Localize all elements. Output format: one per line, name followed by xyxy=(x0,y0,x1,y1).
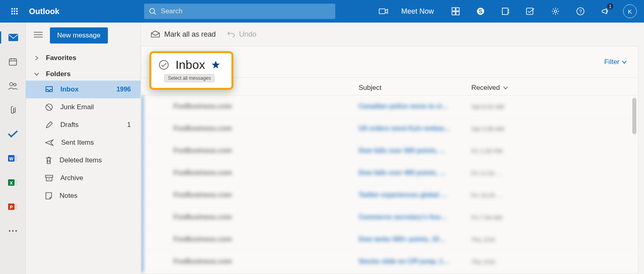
todo-check-icon[interactable] xyxy=(523,4,538,19)
account-avatar[interactable]: K xyxy=(623,4,637,18)
svg-point-4 xyxy=(14,10,15,12)
message-row[interactable]: FoxBusiness.comUS orders most Kyiv embas… xyxy=(141,118,638,140)
message-time: Thu 2/10 xyxy=(471,258,495,265)
folders-section[interactable]: Folders xyxy=(26,64,140,81)
subject-column-header[interactable]: Subject xyxy=(359,84,471,92)
svg-text:S: S xyxy=(479,8,482,15)
svg-point-22 xyxy=(554,10,557,12)
undo-icon xyxy=(227,31,235,38)
archive-icon xyxy=(45,174,53,182)
app-body: W X P New message Favorites Folders Inbo… xyxy=(0,23,644,274)
search-input[interactable] xyxy=(161,7,330,15)
megaphone-icon[interactable]: 1 xyxy=(598,4,613,19)
svg-text:P: P xyxy=(10,205,12,210)
undo-button[interactable]: Undo xyxy=(227,30,256,39)
notes-icon xyxy=(45,192,52,200)
folder-deleted[interactable]: Deleted Items xyxy=(26,152,140,169)
message-row[interactable]: FoxBusiness.comCanadian police move to c… xyxy=(141,95,638,118)
mail-module-icon[interactable] xyxy=(0,31,26,44)
mark-all-read-button[interactable]: Mark all as read xyxy=(151,30,216,39)
my-day-icon[interactable] xyxy=(448,4,463,19)
message-from: FoxBusiness.com xyxy=(173,147,359,155)
svg-rect-49 xyxy=(45,175,53,177)
todo-module-icon[interactable] xyxy=(0,128,26,140)
files-module-icon[interactable] xyxy=(0,104,26,116)
search-icon xyxy=(149,8,156,15)
folder-count: 1 xyxy=(127,121,131,129)
word-app-icon[interactable]: W xyxy=(0,152,26,164)
svg-point-2 xyxy=(16,8,18,10)
trash-icon xyxy=(45,156,52,164)
message-from: FoxBusiness.com xyxy=(173,213,359,221)
message-subject: Canadian police move to cl… xyxy=(359,103,471,110)
svg-rect-26 xyxy=(9,59,17,65)
message-from: FoxBusiness.com xyxy=(173,169,359,177)
onenote-feed-icon[interactable] xyxy=(498,4,513,19)
svg-text:X: X xyxy=(10,181,13,185)
message-time: Fri 7:54 AM xyxy=(471,214,502,221)
star-icon[interactable] xyxy=(211,60,220,69)
search-box[interactable] xyxy=(144,4,335,19)
folder-junk[interactable]: Junk Email xyxy=(26,98,140,116)
header-actions: Meet Now S ? 1 K xyxy=(376,4,637,19)
received-column-header[interactable]: Received xyxy=(471,84,508,92)
calendar-module-icon[interactable] xyxy=(0,56,26,68)
filter-button[interactable]: Filter xyxy=(604,58,627,66)
excel-app-icon[interactable]: X xyxy=(0,176,26,189)
chevron-right-icon xyxy=(34,55,39,61)
favorites-label: Favorites xyxy=(46,54,76,62)
favorites-section[interactable]: Favorites xyxy=(26,48,140,64)
brand-title: Outlook xyxy=(29,7,60,16)
folder-label: Deleted Items xyxy=(60,156,102,164)
people-module-icon[interactable] xyxy=(0,80,26,92)
folder-archive[interactable]: Archive xyxy=(26,169,140,187)
inbox-callout: Inbox Select all messages xyxy=(149,51,233,90)
skype-icon[interactable]: S xyxy=(473,4,488,19)
message-row[interactable]: FoxBusiness.comDow falls over 500 points… xyxy=(141,140,638,162)
meet-now-button[interactable]: Meet Now xyxy=(401,7,434,16)
folder-label: Junk Email xyxy=(60,103,94,111)
powerpoint-app-icon[interactable]: P xyxy=(0,201,26,213)
folder-count: 1996 xyxy=(116,86,131,93)
svg-rect-15 xyxy=(456,12,459,15)
select-all-tooltip: Select all messages xyxy=(164,74,215,82)
message-from: FoxBusiness.com xyxy=(173,125,359,133)
new-message-button[interactable]: New message xyxy=(50,27,108,44)
folder-label: Drafts xyxy=(60,121,78,129)
message-row[interactable]: FoxBusiness.comCommerce secretary's hus…… xyxy=(141,206,638,228)
hamburger-icon[interactable] xyxy=(34,31,43,39)
svg-rect-14 xyxy=(452,12,455,15)
chevron-down-icon xyxy=(34,71,39,77)
app-launcher-icon[interactable] xyxy=(7,4,22,19)
svg-line-48 xyxy=(47,105,52,110)
svg-point-42 xyxy=(12,230,14,232)
message-row[interactable]: FoxBusiness.comDow falls over 400 points… xyxy=(141,162,638,184)
folder-label: Archive xyxy=(60,174,83,182)
chevron-down-icon xyxy=(622,60,627,64)
help-icon[interactable]: ? xyxy=(573,4,588,19)
videocam-icon[interactable] xyxy=(376,4,391,19)
message-row[interactable]: FoxBusiness.comDow tanks 500+ points, 10… xyxy=(141,228,638,251)
folder-drafts[interactable]: Drafts 1 xyxy=(26,116,140,134)
folder-notes[interactable]: Notes xyxy=(26,187,140,205)
message-time: Fri 10:25 … xyxy=(471,192,503,199)
svg-rect-21 xyxy=(526,8,533,15)
message-subject: Stocks slide on CPI jump, 1… xyxy=(359,258,471,265)
folder-sent[interactable]: Sent Items xyxy=(26,134,140,152)
more-apps-icon[interactable] xyxy=(0,225,26,237)
folder-inbox[interactable]: Inbox 1996 xyxy=(26,81,140,98)
message-subject: Commerce secretary's hus… xyxy=(359,214,471,221)
scrollbar-thumb[interactable] xyxy=(632,98,636,134)
svg-point-7 xyxy=(14,13,15,15)
svg-point-3 xyxy=(11,10,13,12)
svg-rect-25 xyxy=(8,34,18,41)
message-row[interactable]: FoxBusiness.comStocks slide on CPI jump,… xyxy=(141,251,638,273)
svg-point-41 xyxy=(9,230,10,232)
svg-point-5 xyxy=(16,10,18,12)
message-row[interactable]: FoxBusiness.comTwitter experiences globa… xyxy=(141,184,638,206)
select-all-checkbox-icon[interactable] xyxy=(159,60,169,70)
settings-gear-icon[interactable] xyxy=(548,4,563,19)
svg-point-0 xyxy=(11,8,13,10)
svg-point-30 xyxy=(10,83,13,86)
svg-rect-40 xyxy=(14,204,17,210)
